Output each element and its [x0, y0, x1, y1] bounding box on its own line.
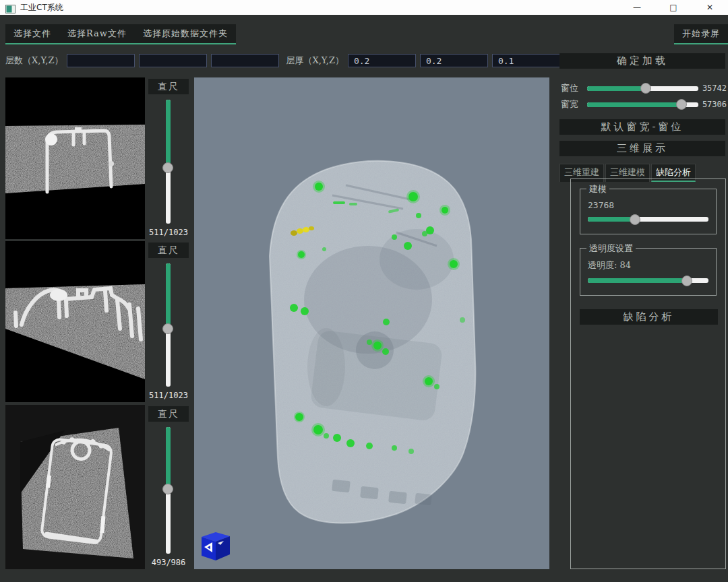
slice-slider-3-fill — [166, 427, 171, 489]
thickness-label: 层厚（X,Y,Z） — [286, 55, 343, 67]
modeling-value: 23768 — [588, 200, 708, 210]
window-width-value: 57306 — [702, 100, 727, 109]
window-width-row: 窗宽 57306 — [561, 99, 727, 110]
ruler-button-2[interactable]: 直尺 — [148, 243, 189, 258]
window-width-slider[interactable] — [587, 102, 698, 107]
layers-y-input[interactable] — [139, 54, 207, 67]
slice-position-1: 511/1023 — [149, 226, 188, 239]
opacity-label: 透明度: 84 — [588, 259, 708, 271]
window-level-slider[interactable] — [587, 86, 698, 91]
select-file-button[interactable]: 选择文件 — [5, 24, 59, 43]
ct-slice-view-3[interactable] — [5, 405, 145, 569]
select-raw-file-button[interactable]: 选择Raw文件 — [59, 24, 135, 43]
default-ww-wl-button[interactable]: 默认窗宽-窗位 — [559, 119, 725, 135]
opacity-slider[interactable] — [588, 278, 708, 283]
slice-slider-1-handle[interactable] — [162, 162, 173, 173]
modeling-slider[interactable] — [588, 217, 708, 222]
minimize-button[interactable]: — — [619, 0, 655, 15]
modeling-slider-handle[interactable] — [630, 214, 640, 225]
slice-slider-2-handle[interactable] — [162, 323, 173, 334]
thickness-z-input[interactable] — [492, 54, 560, 67]
slice-position-3: 493/986 — [152, 556, 186, 569]
slice-slider-2-fill — [166, 263, 171, 329]
record-strip: 开始录屏 — [674, 24, 728, 44]
params-row: 层数（X,Y,Z） 层厚（X,Y,Z） — [5, 53, 564, 68]
opacity-group-title: 透明度设置 — [586, 243, 636, 255]
modeling-groupbox: 建模 23768 — [580, 189, 717, 234]
confirm-load-button[interactable]: 确定加载 — [559, 53, 725, 69]
3d-viewport[interactable] — [194, 77, 549, 569]
display-3d-button[interactable]: 三维展示 — [559, 141, 725, 156]
file-toolbar: 选择文件 选择Raw文件 选择原始数据文件夹 — [5, 24, 236, 44]
slice-slider-3[interactable] — [166, 427, 171, 554]
window-level-row: 窗位 35742 — [561, 83, 727, 94]
layers-label: 层数（X,Y,Z） — [5, 55, 63, 67]
ct-slice-view-2[interactable] — [5, 241, 145, 402]
select-raw-folder-button[interactable]: 选择原始数据文件夹 — [135, 24, 236, 43]
start-recording-button[interactable]: 开始录屏 — [674, 24, 728, 43]
opacity-groupbox: 透明度设置 透明度: 84 — [580, 248, 717, 296]
thickness-y-input[interactable] — [420, 54, 488, 67]
layers-x-input[interactable] — [67, 54, 135, 67]
ct-slice-view-1[interactable] — [5, 77, 145, 239]
layers-z-input[interactable] — [211, 54, 279, 67]
defect-analysis-pane: 建模 23768 透明度设置 透明度: 84 缺陷分析 — [570, 179, 726, 569]
app-icon — [5, 3, 16, 12]
defect-analysis-button[interactable]: 缺陷分析 — [580, 309, 718, 325]
modeling-group-title: 建模 — [586, 183, 609, 195]
window-title: 工业CT系统 — [20, 2, 63, 13]
slice-slider-1[interactable] — [166, 100, 171, 224]
window-width-slider-handle[interactable] — [676, 99, 687, 110]
ruler-button-3[interactable]: 直尺 — [148, 406, 189, 422]
window-level-value: 35742 — [702, 84, 727, 93]
slice-section-3: 直尺 493/986 — [5, 405, 192, 569]
slice-slider-3-handle[interactable] — [162, 484, 173, 494]
opacity-slider-handle[interactable] — [681, 276, 692, 286]
window-level-label: 窗位 — [561, 82, 583, 94]
slice-slider-1-fill — [166, 100, 171, 168]
slice-section-1: 直尺 511/1023 — [5, 77, 192, 239]
slice-position-2: 511/1023 — [149, 389, 188, 402]
slice-slider-2[interactable] — [166, 263, 171, 387]
window-level-slider-handle[interactable] — [640, 83, 651, 94]
close-button[interactable]: ✕ — [692, 0, 728, 15]
window-width-label: 窗宽 — [561, 98, 583, 110]
slice-section-2: 直尺 511/1023 — [5, 241, 192, 402]
thickness-x-input[interactable] — [348, 54, 416, 67]
maximize-button[interactable]: □ — [655, 0, 692, 15]
ruler-button-1[interactable]: 直尺 — [148, 79, 189, 94]
title-bar: 工业CT系统 — □ ✕ — [0, 0, 728, 15]
